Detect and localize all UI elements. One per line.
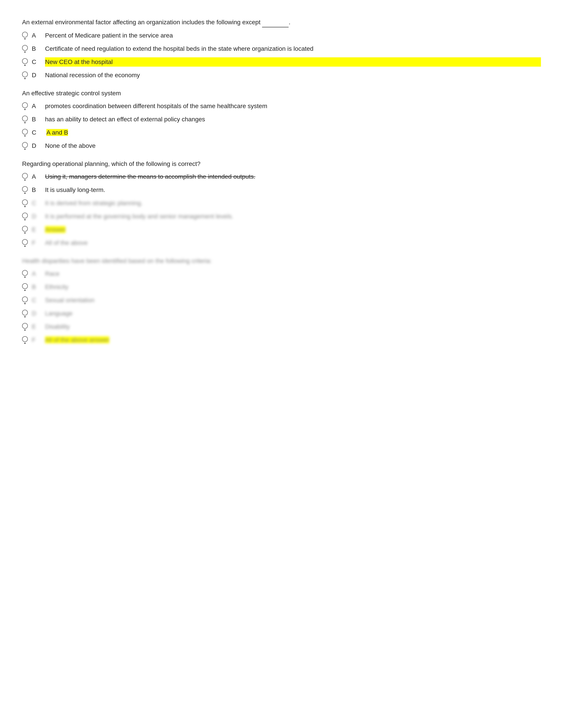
option-letter-blurred: F xyxy=(32,335,38,345)
option-text-blurred: All of the above answer xyxy=(45,335,541,345)
radio-circle xyxy=(22,336,28,342)
radio-circle xyxy=(22,323,28,329)
radio-3-a[interactable] xyxy=(22,172,28,181)
radio-dot xyxy=(24,179,26,181)
option-2-a[interactable]: A promotes coordination between differen… xyxy=(22,101,541,111)
option-1-c[interactable]: C New CEO at the hospital xyxy=(22,57,541,67)
radio-dot xyxy=(24,109,26,110)
option-2-b[interactable]: B has an ability to detect an effect of … xyxy=(22,115,541,124)
radio-circle xyxy=(22,186,28,192)
radio-3-d[interactable] xyxy=(22,212,28,220)
option-3-a[interactable]: A Using it, managers determine the means… xyxy=(22,172,541,181)
question-4-text-blurred: Health disparities have been identified … xyxy=(22,256,541,266)
radio-circle xyxy=(22,71,28,77)
radio-dot xyxy=(24,51,26,53)
option-letter: B xyxy=(32,115,38,124)
radio-2-b[interactable] xyxy=(22,115,28,123)
option-text: has an ability to detect an effect of ex… xyxy=(45,115,541,124)
option-1-b[interactable]: B Certificate of need regulation to exte… xyxy=(22,44,541,53)
radio-circle xyxy=(22,270,28,276)
radio-circle xyxy=(22,199,28,205)
radio-dot xyxy=(24,193,26,194)
radio-1-b[interactable] xyxy=(22,44,28,53)
option-letter-blurred: A xyxy=(32,269,38,278)
option-letter: A xyxy=(32,101,38,111)
option-2-c[interactable]: C A and B xyxy=(22,128,541,137)
radio-3-b[interactable] xyxy=(22,185,28,194)
option-letter: A xyxy=(32,31,38,40)
question-2-text: An effective strategic control system xyxy=(22,89,541,98)
radio-dot xyxy=(24,135,26,137)
radio-4-c[interactable] xyxy=(22,296,28,304)
radio-4-f[interactable] xyxy=(22,335,28,344)
option-text-blurred: Language xyxy=(45,309,541,318)
option-4-f[interactable]: F All of the above answer xyxy=(22,335,541,345)
option-text: promotes coordination between different … xyxy=(45,101,541,111)
option-4-e[interactable]: E Disability xyxy=(22,322,541,331)
radio-1-c[interactable] xyxy=(22,57,28,66)
radio-circle xyxy=(22,32,28,38)
option-letter: D xyxy=(32,141,38,150)
question-4: Health disparities have been identified … xyxy=(22,256,541,345)
option-letter: B xyxy=(32,44,38,53)
radio-circle xyxy=(22,116,28,121)
option-letter-blurred: E xyxy=(32,225,38,234)
radio-2-a[interactable] xyxy=(22,101,28,110)
option-letter-blurred: B xyxy=(32,282,38,292)
page-content: An external environmental factor affecti… xyxy=(22,18,541,345)
radio-circle xyxy=(22,173,28,179)
option-letter-blurred: C xyxy=(32,199,38,208)
option-3-c[interactable]: C It is derived from strategic planning. xyxy=(22,199,541,208)
option-text-blurred: Ethnicity xyxy=(45,282,541,292)
radio-circle xyxy=(22,58,28,64)
radio-2-c[interactable] xyxy=(22,128,28,137)
option-4-a[interactable]: A Race xyxy=(22,269,541,278)
radio-dot xyxy=(24,148,26,150)
option-letter-blurred: F xyxy=(32,238,38,248)
option-1-d[interactable]: D National recession of the economy xyxy=(22,71,541,80)
radio-circle xyxy=(22,45,28,51)
radio-4-d[interactable] xyxy=(22,309,28,317)
radio-1-d[interactable] xyxy=(22,71,28,79)
option-4-b[interactable]: B Ethnicity xyxy=(22,282,541,292)
option-2-d[interactable]: D None of the above xyxy=(22,141,541,150)
option-letter: A xyxy=(32,172,38,181)
radio-3-c[interactable] xyxy=(22,199,28,207)
highlighted-text: A and B xyxy=(46,129,68,136)
radio-3-e[interactable] xyxy=(22,225,28,234)
radio-2-d[interactable] xyxy=(22,141,28,150)
option-3-d[interactable]: D It is performed at the governing body … xyxy=(22,212,541,221)
option-4-c[interactable]: C Sexual orientation xyxy=(22,296,541,305)
radio-dot xyxy=(24,246,26,247)
radio-4-a[interactable] xyxy=(22,269,28,278)
radio-dot xyxy=(24,219,26,220)
radio-1-a[interactable] xyxy=(22,31,28,39)
option-text: Certificate of need regulation to extend… xyxy=(45,44,541,53)
radio-dot xyxy=(24,78,26,79)
radio-circle xyxy=(22,239,28,245)
option-text-highlighted: New CEO at the hospital xyxy=(45,57,541,67)
option-3-e[interactable]: E Answer xyxy=(22,225,541,234)
radio-dot xyxy=(24,303,26,304)
radio-circle xyxy=(22,102,28,108)
question-3: Regarding operational planning, which of… xyxy=(22,159,541,248)
radio-dot xyxy=(24,290,26,291)
radio-4-b[interactable] xyxy=(22,282,28,291)
option-text-blurred: All of the above xyxy=(45,238,541,248)
radio-3-f[interactable] xyxy=(22,238,28,247)
option-text-blurred: Race xyxy=(45,269,541,278)
radio-circle xyxy=(22,213,28,218)
radio-circle xyxy=(22,310,28,315)
radio-dot xyxy=(24,206,26,207)
option-text-blurred: Disability xyxy=(45,322,541,331)
radio-dot xyxy=(24,65,26,66)
option-text-blurred: Answer xyxy=(45,225,541,234)
radio-circle xyxy=(22,142,28,148)
option-3-b[interactable]: B It is usually long-term. xyxy=(22,185,541,195)
option-1-a[interactable]: A Percent of Medicare patient in the ser… xyxy=(22,31,541,40)
question-1-text: An external environmental factor affecti… xyxy=(22,18,541,27)
option-4-d[interactable]: D Language xyxy=(22,309,541,318)
radio-4-e[interactable] xyxy=(22,322,28,331)
radio-circle xyxy=(22,283,28,289)
option-3-f[interactable]: F All of the above xyxy=(22,238,541,248)
